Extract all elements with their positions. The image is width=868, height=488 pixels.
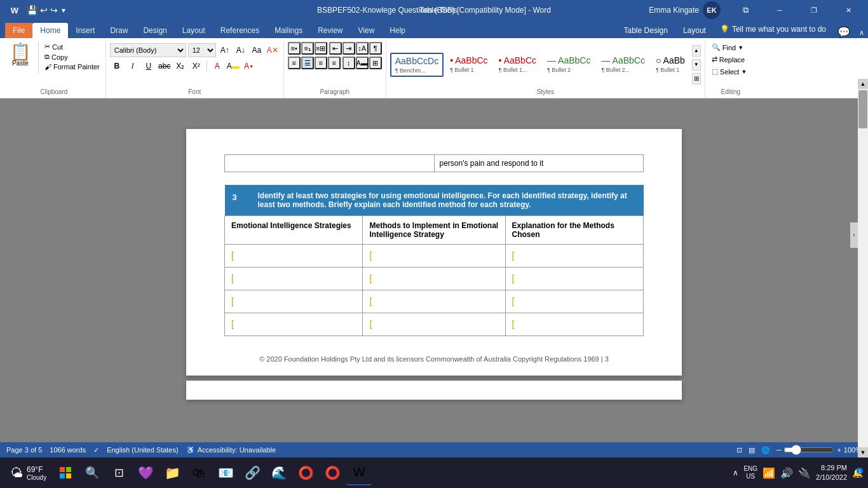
style-item-bullet1b[interactable]: • AaBbCc ¶ Bullet 1... bbox=[494, 53, 541, 77]
clock[interactable]: 8:29 PM 2/10/2022 bbox=[816, 463, 847, 483]
scroll-thumb[interactable] bbox=[858, 98, 867, 128]
tab-references[interactable]: References bbox=[213, 23, 267, 38]
page-indicator[interactable]: Page 3 of 5 bbox=[6, 446, 42, 454]
italic-button[interactable]: I bbox=[126, 59, 140, 73]
increase-indent-button[interactable]: ⇥ bbox=[342, 42, 355, 55]
tab-review[interactable]: Review bbox=[310, 23, 350, 38]
justify-button[interactable]: ≡ bbox=[328, 57, 341, 69]
paste-button[interactable]: 📋 Paste bbox=[6, 42, 34, 74]
restore-window-button[interactable]: ⧉ bbox=[731, 0, 760, 20]
data-row-1[interactable]: [ [ [ bbox=[225, 267, 644, 290]
style-item-bullet2[interactable]: — AaBbCc ¶ Bullet 2 bbox=[543, 53, 595, 77]
store-button[interactable]: 🛍 bbox=[186, 460, 212, 485]
font-family-select[interactable]: Calibri (Body) bbox=[110, 43, 186, 57]
start-button[interactable] bbox=[53, 460, 78, 485]
tab-insert[interactable]: Insert bbox=[68, 23, 102, 38]
print-layout-icon[interactable]: ▤ bbox=[749, 446, 755, 454]
accessibility-status[interactable]: ♿ Accessibility: Unavailable bbox=[186, 446, 276, 454]
task-view-button[interactable]: ⊡ bbox=[106, 460, 132, 485]
tab-file[interactable]: File bbox=[5, 23, 32, 38]
chrome2-button[interactable]: ⭕ bbox=[320, 460, 345, 485]
replace-button[interactable]: ⇄ Replace bbox=[709, 54, 752, 65]
align-center-button[interactable]: ☰ bbox=[301, 57, 314, 69]
chrome-button[interactable]: ⭕ bbox=[293, 460, 318, 485]
find-button[interactable]: 🔍 Find ▼ bbox=[709, 42, 752, 53]
copy-button[interactable]: ⧉ Copy bbox=[43, 52, 102, 62]
user-info[interactable]: Emma Kingate EK bbox=[649, 1, 721, 19]
strikethrough-button[interactable]: abc bbox=[158, 59, 172, 73]
select-button[interactable]: ⬚ Select ▼ bbox=[709, 66, 752, 77]
cut-button[interactable]: ✂ Cut bbox=[43, 42, 102, 51]
input-lang[interactable]: ENG US bbox=[743, 465, 757, 480]
decrease-indent-button[interactable]: ⇤ bbox=[329, 42, 342, 55]
clear-formatting-button[interactable]: A✕ bbox=[266, 43, 280, 57]
comment-button[interactable]: 💬 bbox=[832, 26, 855, 38]
minimize-button[interactable]: ─ bbox=[765, 0, 794, 20]
maximize-button[interactable]: ❐ bbox=[799, 0, 829, 20]
expand-tray-button[interactable]: ∧ bbox=[733, 468, 738, 477]
edge-button[interactable]: 🌊 bbox=[266, 460, 292, 485]
linkedin-button[interactable]: 🔗 bbox=[240, 460, 265, 485]
shading-button[interactable]: A▬ bbox=[356, 57, 369, 69]
proofing-icon[interactable]: ✓ bbox=[93, 446, 99, 454]
tab-design[interactable]: Design bbox=[135, 23, 174, 38]
styles-scroll-up[interactable]: ▲ bbox=[692, 45, 701, 57]
style-item-aabb[interactable]: ○ AaBb ¶ Bullet 1 bbox=[651, 53, 689, 77]
multilevel-list-button[interactable]: ≡⊞ bbox=[315, 42, 327, 55]
wifi-icon[interactable]: 📶 bbox=[763, 467, 775, 479]
volume-icon[interactable]: 🔊 bbox=[780, 467, 793, 479]
tab-layout[interactable]: Layout bbox=[175, 23, 213, 38]
search-button[interactable]: 🔍 bbox=[79, 460, 105, 485]
borders-button[interactable]: ⊞ bbox=[369, 57, 382, 69]
subscript-button[interactable]: X₂ bbox=[173, 59, 187, 73]
data-cell-3-1[interactable]: [ bbox=[363, 313, 505, 336]
data-cell-0-1[interactable]: [ bbox=[363, 244, 505, 267]
tab-home[interactable]: Home bbox=[32, 23, 68, 38]
word-count[interactable]: 1066 words bbox=[50, 446, 86, 454]
data-cell-3-0[interactable]: [ bbox=[225, 313, 363, 336]
decrease-font-button[interactable]: A↓ bbox=[234, 43, 248, 57]
tab-view[interactable]: View bbox=[351, 23, 383, 38]
redo-icon[interactable]: ↪ bbox=[50, 5, 58, 15]
sort-button[interactable]: ↕A bbox=[356, 42, 369, 55]
focus-mode-icon[interactable]: ⊡ bbox=[736, 446, 742, 454]
notification-button[interactable]: 🔔 1 bbox=[852, 468, 863, 478]
superscript-button[interactable]: X² bbox=[189, 59, 203, 73]
weather-widget[interactable]: 🌤 69°F Cloudy bbox=[5, 463, 51, 484]
close-button[interactable]: ✕ bbox=[834, 0, 863, 20]
data-cell-1-2[interactable]: [ bbox=[505, 267, 643, 290]
language-indicator[interactable]: English (United States) bbox=[107, 446, 179, 454]
text-effects-button[interactable]: A bbox=[210, 59, 224, 73]
data-row-0[interactable]: [ [ [ bbox=[225, 244, 644, 267]
word-taskbar-button[interactable]: W bbox=[346, 460, 372, 485]
tab-draw[interactable]: Draw bbox=[102, 23, 135, 38]
data-cell-2-1[interactable]: [ bbox=[363, 290, 505, 313]
data-cell-2-2[interactable]: [ bbox=[505, 290, 643, 313]
files-button[interactable]: 📁 bbox=[159, 460, 185, 485]
line-spacing-button[interactable]: ↕ bbox=[342, 57, 355, 69]
font-color-button[interactable]: A▼ bbox=[242, 59, 256, 73]
bold-button[interactable]: B bbox=[110, 59, 124, 73]
align-left-button[interactable]: ≡ bbox=[288, 57, 301, 69]
outlook-button[interactable]: 📧 bbox=[213, 460, 238, 485]
increase-font-button[interactable]: A↑ bbox=[218, 43, 232, 57]
format-painter-button[interactable]: 🖌 Format Painter bbox=[43, 62, 102, 71]
tell-me-button[interactable]: 💡 Tell me what you want to do bbox=[714, 25, 832, 34]
undo-icon[interactable]: ↩ bbox=[40, 5, 48, 15]
zoom-slider[interactable] bbox=[783, 445, 834, 455]
bullets-button[interactable]: ≡• bbox=[288, 42, 301, 55]
show-hide-button[interactable]: ¶ bbox=[369, 42, 382, 55]
data-cell-1-1[interactable]: [ bbox=[363, 267, 505, 290]
tab-help[interactable]: Help bbox=[382, 23, 413, 38]
data-cell-0-2[interactable]: [ bbox=[505, 244, 643, 267]
battery-icon[interactable]: 🔌 bbox=[798, 467, 811, 479]
save-icon[interactable]: 💾 bbox=[27, 5, 37, 15]
zoom-out-button[interactable]: ─ bbox=[776, 446, 782, 454]
data-cell-1-0[interactable]: [ bbox=[225, 267, 363, 290]
tab-table-layout[interactable]: Layout bbox=[675, 23, 714, 38]
web-layout-icon[interactable]: 🌐 bbox=[761, 446, 770, 454]
right-tab-collapse[interactable]: › bbox=[850, 222, 858, 248]
font-size-select[interactable]: 12 bbox=[188, 43, 216, 57]
word-logo[interactable]: W bbox=[5, 1, 24, 19]
style-item-bullet1[interactable]: • AaBbCc ¶ Bullet 1 bbox=[445, 53, 492, 77]
